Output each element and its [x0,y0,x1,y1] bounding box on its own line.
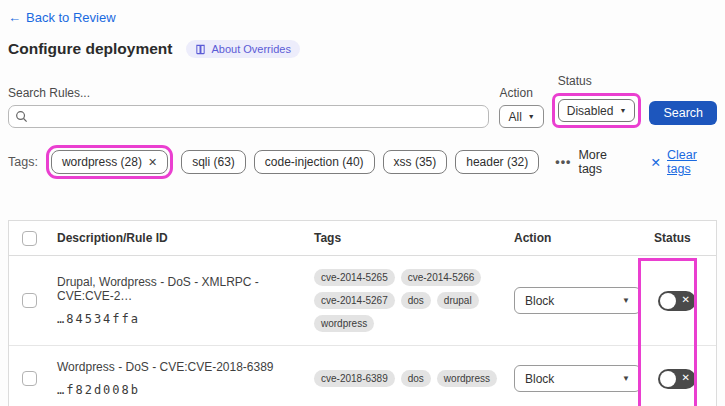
action-select-value: Block [525,294,554,308]
tag-filter-wordpress[interactable]: wordpress (28) ✕ [51,150,168,174]
status-filter-highlight: Disabled ▼ [552,93,642,128]
action-filter-dropdown[interactable]: All ▼ [499,105,543,128]
rule-tag-badge: drupal [437,292,479,309]
action-select[interactable]: Block ▼ [514,365,641,392]
remove-tag-icon[interactable]: ✕ [148,156,157,169]
toggle-knob [660,293,676,309]
toggle-x-icon: ✕ [682,294,690,305]
search-button[interactable]: Search [649,101,717,125]
table-row: Wordpress - DoS - CVE:CVE-2018-6389 …f82… [9,346,716,406]
column-header-tags: Tags [306,231,506,245]
action-select-value: Block [525,372,554,386]
rule-tag-badge: cve-2014-5265 [314,269,395,286]
select-all-checkbox[interactable] [22,231,37,246]
chevron-down-icon: ▼ [622,374,630,383]
back-arrow-icon: ← [8,10,21,25]
search-rules-label: Search Rules... [8,86,489,100]
rule-tag-badge: cve-2018-6389 [314,370,395,387]
about-overrides-badge[interactable]: About Overrides [186,40,299,58]
rule-tag-badge: dos [401,292,431,309]
row-checkbox[interactable] [22,371,37,386]
search-icon [15,109,28,127]
clear-tags-label: Clear tags [667,148,717,176]
column-header-action: Action [506,231,646,245]
search-rules-input[interactable] [8,105,489,128]
rule-description: Wordpress - DoS - CVE:CVE-2018-6389 [57,360,298,374]
about-overrides-label: About Overrides [211,43,290,55]
clear-tags-icon: ✕ [651,155,661,170]
back-link-label: Back to Review [26,10,116,25]
tag-filter-header[interactable]: header (32) [455,150,539,174]
configure-deployment-page: ← Back to Review Configure deployment Ab… [0,0,725,406]
selected-tag-highlight: wordpress (28) ✕ [46,145,173,179]
status-filter-value: Disabled [567,104,614,118]
column-header-status: Status [646,231,716,245]
action-filter-label: Action [499,86,543,100]
ellipsis-icon: ••• [555,155,571,169]
more-tags-label: More tags [578,148,626,176]
table-row: Drupal, Wordpress - DoS - XMLRPC - CVE:C… [9,256,716,346]
selected-tag-label: wordpress (28) [62,155,142,169]
tag-filter-code-injection[interactable]: code-injection (40) [254,150,375,174]
more-tags-button[interactable]: ••• More tags [555,148,626,176]
book-icon [195,44,206,55]
row-checkbox[interactable] [22,293,37,308]
column-header-description: Description/Rule ID [49,231,306,245]
status-toggle-off[interactable]: ✕ [658,369,696,389]
rule-tag-badge: dos [401,370,431,387]
status-toggle-off[interactable]: ✕ [658,291,696,311]
rule-tag-badge: wordpress [437,370,497,387]
chevron-down-icon: ▼ [619,107,626,114]
action-select[interactable]: Block ▼ [514,287,641,314]
status-filter-label: Status [558,74,642,88]
back-to-review-link[interactable]: ← Back to Review [8,10,116,25]
page-title: Configure deployment [8,40,172,58]
toggle-knob [660,371,676,387]
tags-bar-label: Tags: [8,155,38,169]
rules-table: Description/Rule ID Tags Action Status D… [8,220,717,406]
status-filter-dropdown[interactable]: Disabled ▼ [558,99,636,122]
rule-tag-badge: wordpress [314,315,374,332]
rule-description: Drupal, Wordpress - DoS - XMLRPC - CVE:C… [57,275,298,304]
rule-tag-badge: cve-2014-5266 [401,269,482,286]
rule-id: …f82d008b [57,383,298,397]
rule-tag-badge: cve-2014-5267 [314,292,395,309]
tag-filter-xss[interactable]: xss (35) [383,150,448,174]
chevron-down-icon: ▼ [528,113,535,120]
rule-id: …84534ffa [57,312,298,326]
clear-tags-button[interactable]: ✕ Clear tags [651,148,717,176]
chevron-down-icon: ▼ [622,296,630,305]
tag-filter-sqli[interactable]: sqli (63) [181,150,246,174]
action-filter-value: All [508,110,521,124]
toggle-x-icon: ✕ [682,372,690,383]
table-header-row: Description/Rule ID Tags Action Status [9,221,716,256]
